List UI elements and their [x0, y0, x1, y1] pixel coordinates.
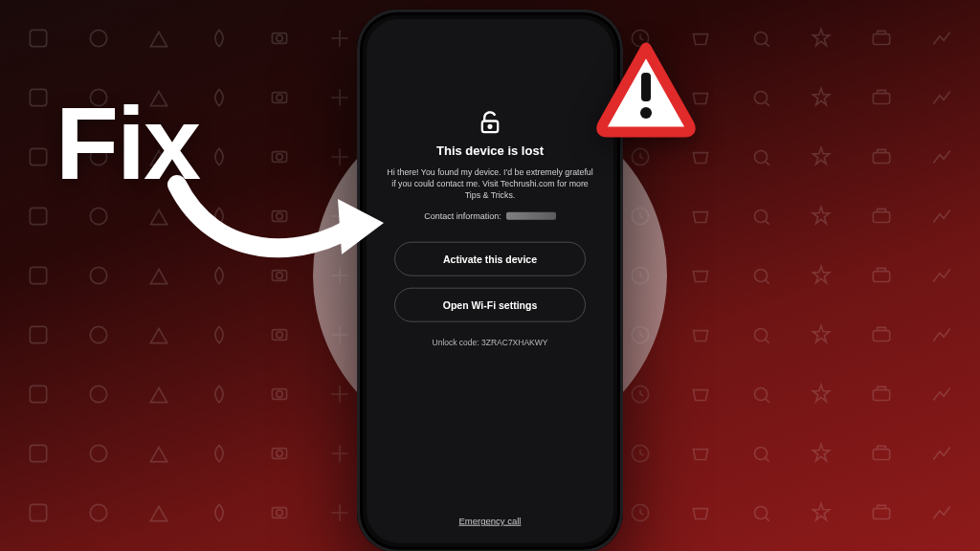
- bg-decorative-icon: [132, 486, 187, 540]
- bg-decorative-icon: [734, 189, 789, 243]
- contact-label: Contact information:: [424, 210, 501, 220]
- bg-decorative-icon: [793, 71, 848, 124]
- bg-decorative-icon: [253, 427, 307, 480]
- svg-point-1: [91, 30, 107, 46]
- bg-decorative-icon: [72, 249, 126, 302]
- svg-point-28: [91, 208, 107, 224]
- bg-decorative-icon: [914, 308, 969, 362]
- bg-decorative-icon: [72, 486, 126, 540]
- svg-rect-54: [31, 386, 47, 402]
- activate-button[interactable]: Activate this device: [394, 241, 586, 276]
- bg-decorative-icon: [11, 486, 66, 540]
- bg-decorative-icon: [914, 71, 969, 124]
- bg-decorative-icon: [854, 71, 908, 124]
- bg-decorative-icon: [192, 486, 247, 540]
- bg-decorative-icon: [734, 11, 789, 65]
- bg-decorative-icon: [734, 367, 789, 421]
- svg-rect-0: [31, 30, 47, 46]
- bg-decorative-icon: [793, 130, 848, 184]
- bg-decorative-icon: [793, 11, 848, 65]
- svg-rect-27: [31, 208, 47, 224]
- bg-decorative-icon: [854, 11, 908, 65]
- bg-decorative-icon: [854, 249, 908, 302]
- bg-decorative-icon: [192, 308, 247, 362]
- bg-decorative-icon: [793, 427, 848, 480]
- bg-decorative-icon: [11, 249, 66, 302]
- svg-rect-83: [641, 73, 651, 101]
- svg-point-82: [489, 125, 492, 128]
- svg-rect-36: [31, 267, 47, 283]
- unlock-code: Unlock code: 3ZRAC7XHAKWY: [433, 337, 548, 346]
- bg-decorative-icon: [854, 486, 908, 540]
- svg-rect-35: [873, 212, 889, 223]
- bg-decorative-icon: [914, 486, 969, 540]
- bg-decorative-icon: [253, 308, 307, 362]
- svg-rect-44: [873, 272, 889, 282]
- bg-decorative-icon: [854, 367, 908, 421]
- svg-point-66: [277, 451, 283, 457]
- svg-rect-71: [873, 450, 889, 460]
- bg-decorative-icon: [132, 11, 187, 65]
- bg-decorative-icon: [734, 71, 789, 124]
- emergency-call-link[interactable]: Emergency call: [459, 516, 522, 526]
- phone-screen: This device is lost Hi there! You found …: [367, 19, 613, 543]
- bg-decorative-icon: [854, 130, 908, 184]
- svg-rect-8: [873, 34, 889, 45]
- bg-decorative-icon: [72, 11, 126, 65]
- svg-rect-17: [873, 94, 889, 104]
- svg-rect-53: [873, 331, 889, 342]
- bg-decorative-icon: [11, 11, 66, 65]
- svg-point-55: [91, 386, 107, 402]
- bg-decorative-icon: [253, 11, 307, 65]
- bg-decorative-icon: [914, 249, 969, 302]
- svg-point-75: [277, 510, 283, 517]
- bg-decorative-icon: [11, 308, 66, 362]
- bg-decorative-icon: [793, 486, 848, 540]
- bg-decorative-icon: [793, 308, 848, 362]
- svg-point-12: [277, 95, 283, 101]
- bg-decorative-icon: [674, 367, 728, 421]
- warning-triangle-icon: [593, 38, 699, 143]
- svg-rect-26: [873, 153, 889, 164]
- unlock-icon: [477, 109, 503, 136]
- bg-decorative-icon: [253, 486, 307, 540]
- svg-point-46: [91, 326, 107, 342]
- bg-decorative-icon: [132, 367, 187, 421]
- svg-point-73: [91, 504, 107, 520]
- svg-point-57: [277, 391, 283, 398]
- bg-decorative-icon: [793, 249, 848, 302]
- bg-decorative-icon: [253, 367, 307, 421]
- svg-rect-18: [31, 148, 47, 165]
- lost-message: Hi there! You found my device. I'd be ex…: [380, 167, 600, 202]
- bg-decorative-icon: [253, 71, 307, 124]
- bg-decorative-icon: [72, 308, 126, 362]
- lost-title: This device is lost: [436, 143, 544, 158]
- wifi-settings-button[interactable]: Open Wi-Fi settings: [394, 287, 586, 321]
- bg-decorative-icon: [854, 189, 908, 243]
- bg-decorative-icon: [674, 249, 728, 302]
- bg-decorative-icon: [11, 367, 66, 421]
- emergency-call-label: Emergency call: [459, 516, 522, 526]
- bg-decorative-icon: [734, 486, 789, 540]
- bg-decorative-icon: [734, 130, 789, 184]
- bg-decorative-icon: [734, 308, 789, 362]
- bg-decorative-icon: [674, 308, 728, 362]
- svg-point-3: [277, 35, 283, 42]
- activate-button-label: Activate this device: [443, 253, 537, 264]
- bg-decorative-icon: [914, 367, 969, 421]
- bg-decorative-icon: [674, 427, 728, 480]
- contact-redacted: [506, 211, 556, 219]
- bg-decorative-icon: [192, 427, 247, 480]
- bg-decorative-icon: [914, 427, 969, 480]
- bg-decorative-icon: [914, 11, 969, 65]
- svg-point-37: [91, 267, 107, 283]
- svg-rect-45: [31, 326, 47, 342]
- svg-point-48: [277, 332, 283, 339]
- bg-decorative-icon: [914, 189, 969, 243]
- svg-point-84: [640, 107, 652, 119]
- bg-decorative-icon: [674, 189, 728, 243]
- arrow-icon: [158, 170, 397, 285]
- bg-decorative-icon: [192, 367, 247, 421]
- bg-decorative-icon: [72, 367, 126, 421]
- bg-decorative-icon: [734, 427, 789, 480]
